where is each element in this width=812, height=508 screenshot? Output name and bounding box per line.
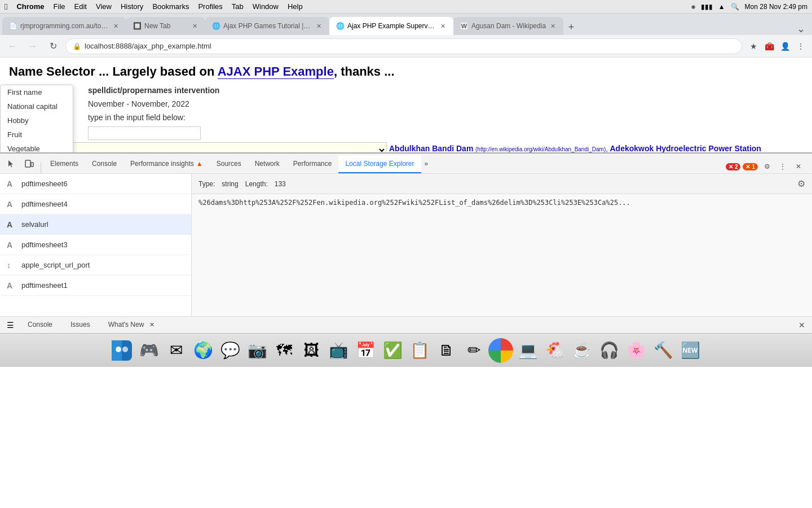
dock-finder-icon[interactable] xyxy=(109,338,134,363)
dock-maps-icon[interactable]: 🗺 xyxy=(272,338,297,363)
devtools-tab-localstorage[interactable]: Local Storage Explorer xyxy=(338,155,421,173)
dropdown-item-label: Hobby xyxy=(7,116,29,125)
warning-badge[interactable]: ✕ 1 xyxy=(743,163,758,170)
dock-reminders-icon[interactable]: ✅ xyxy=(380,338,405,363)
menu-profiles[interactable]: Profiles xyxy=(198,2,222,11)
warning-count: 1 xyxy=(752,164,755,170)
storage-item-applescripturlport[interactable]: ↕ apple_script_url_port xyxy=(0,255,191,275)
devtools-tab-elements[interactable]: Elements xyxy=(43,155,85,173)
dock-chrome-icon[interactable] xyxy=(488,338,513,363)
storage-item-pdftimesheet4[interactable]: A pdftimesheet4 xyxy=(0,194,191,214)
menu-tab[interactable]: Tab xyxy=(232,2,244,11)
devtools-tab-performance[interactable]: Performance xyxy=(286,155,339,173)
devtools-tabs: Elements Console Performance insights ▲ … xyxy=(0,154,812,174)
back-button[interactable]: ← xyxy=(5,38,20,54)
menu-view[interactable]: View xyxy=(96,2,112,11)
reload-button[interactable]: ↻ xyxy=(45,38,61,54)
storage-settings-icon[interactable]: ⚙ xyxy=(797,178,805,189)
dock-notes-icon[interactable]: 📋 xyxy=(407,338,432,363)
dock-misc6-icon[interactable]: 🆕 xyxy=(678,338,703,363)
devtools-more-button[interactable]: ⋮ xyxy=(776,160,789,173)
storage-item-selvalurl[interactable]: A selvalurl xyxy=(0,214,191,235)
bottom-bar-close-button[interactable]: ✕ xyxy=(798,321,805,330)
dropdown-item-vegetable[interactable]: Vegetable xyxy=(1,142,73,152)
apple-logo-icon[interactable]:  xyxy=(5,2,7,11)
dock-photos-icon[interactable]: 🖼 xyxy=(299,338,324,363)
active-app-name[interactable]: Chrome xyxy=(16,2,44,11)
devtools-settings-button[interactable]: ⚙ xyxy=(760,160,774,173)
bookmark-icon[interactable]: ★ xyxy=(747,40,760,53)
dock-messages-icon[interactable]: 💬 xyxy=(218,338,242,363)
address-bar[interactable]: 🔒 localhost:8888/ajax_php_example.html xyxy=(65,38,742,54)
tab-close-3[interactable]: ✕ xyxy=(315,21,323,31)
tab-close-2[interactable]: ✕ xyxy=(191,21,198,31)
dock-misc2-icon[interactable]: ☕ xyxy=(570,338,594,363)
menu-edit[interactable]: Edit xyxy=(74,2,87,11)
menu-window[interactable]: Window xyxy=(253,2,279,11)
console-tab-whatsnew[interactable]: What's New ✕ xyxy=(104,318,159,332)
menu-icon[interactable]: ⋮ xyxy=(794,40,807,53)
menu-help[interactable]: Help xyxy=(288,2,303,11)
devtools-tab-performance-insights[interactable]: Performance insights ▲ xyxy=(123,155,210,173)
storage-item-pdftimesheet6[interactable]: A pdftimesheet6 xyxy=(0,174,191,194)
browser-tab-1[interactable]: 📄 rjmprogramming.com.au/toda... ✕ xyxy=(2,17,126,35)
devtools-tab-more[interactable]: » xyxy=(421,155,432,173)
tab-close-1[interactable]: ✕ xyxy=(112,21,120,31)
tab-list-icon[interactable]: ⌄ xyxy=(792,23,810,35)
dropdown-item-hobby[interactable]: Hobby xyxy=(1,113,73,128)
dropdown-item-fruit[interactable]: Fruit xyxy=(1,128,73,142)
dock-appletv-icon[interactable]: 📺 xyxy=(326,338,351,363)
dock-misc4-icon[interactable]: 🌸 xyxy=(624,338,648,363)
browser-tab-5[interactable]: W Agusan Dam - Wikipedia ✕ xyxy=(453,17,563,35)
console-tab-console[interactable]: Console xyxy=(23,318,57,332)
new-tab-button[interactable]: + xyxy=(563,19,579,35)
storage-item-pdftimesheet3[interactable]: A pdftimesheet3 xyxy=(0,235,191,255)
category-dropdown[interactable]: First name National capital Hobby Fruit … xyxy=(0,85,73,152)
tab-close-4[interactable]: ✕ xyxy=(439,21,447,31)
devtools-tab-sources[interactable]: Sources xyxy=(210,155,248,173)
forward-button[interactable]: → xyxy=(25,38,41,54)
dock-safari-icon[interactable]: 🌍 xyxy=(191,338,215,363)
devtools-tab-network[interactable]: Network xyxy=(248,155,286,173)
browser-tab-3[interactable]: 🌐 Ajax PHP Games Tutorial | Rob... ✕ xyxy=(205,17,329,35)
console-tab-issues[interactable]: Issues xyxy=(66,318,95,332)
dock-mail-icon[interactable]: ✉ xyxy=(164,338,188,363)
dropdown-item-nationalcapital[interactable]: National capital xyxy=(1,99,73,113)
tab-close-5[interactable]: ✕ xyxy=(549,21,557,31)
error-count: 2 xyxy=(735,164,738,170)
devtools-close-button[interactable]: ✕ xyxy=(792,160,805,173)
dock-typora-icon[interactable]: ✏ xyxy=(461,338,486,363)
dock-misc1-icon[interactable]: 🐔 xyxy=(542,338,567,363)
dropdown-item-label: Vegetable xyxy=(7,144,40,152)
search-icon[interactable]: 🔍 xyxy=(731,3,739,11)
menu-file[interactable]: File xyxy=(54,2,65,11)
dock-facetime-icon[interactable]: 📷 xyxy=(245,338,270,363)
chrome-addressbar: ← → ↻ 🔒 localhost:8888/ajax_php_example.… xyxy=(0,35,812,58)
dock-calendar-icon[interactable]: 📅 xyxy=(353,338,378,363)
devtools-tab-inspector[interactable] xyxy=(2,155,20,173)
browser-tab-4[interactable]: 🌐 Ajax PHP Example Supervisor ... ✕ xyxy=(329,17,453,35)
title-link[interactable]: AJAX PHP Example xyxy=(218,64,334,79)
profile-icon[interactable]: 👤 xyxy=(778,40,792,53)
error-badge[interactable]: ✕ 2 xyxy=(726,163,741,170)
console-hamburger-icon[interactable]: ☰ xyxy=(7,321,14,330)
devtools-tab-devicemode[interactable] xyxy=(20,155,38,173)
browser-tab-2[interactable]: 🔲 New Tab ✕ xyxy=(126,17,205,35)
name-input[interactable] xyxy=(88,126,201,140)
storage-item-pdftimesheet1[interactable]: A pdftimesheet1 xyxy=(0,275,191,296)
dock-terminal-icon[interactable]: 💻 xyxy=(515,338,540,363)
dropdown-item-firstname[interactable]: First name xyxy=(1,85,73,99)
devtools-tab-console[interactable]: Console xyxy=(85,155,123,173)
dock-misc5-icon[interactable]: 🔨 xyxy=(651,338,676,363)
menu-history[interactable]: History xyxy=(121,2,143,11)
dock-filezilla-icon[interactable]: 🗎 xyxy=(434,338,459,363)
extension-icon[interactable]: 🧰 xyxy=(762,40,776,53)
menu-bookmarks[interactable]: Bookmarks xyxy=(152,2,189,11)
dock-launchpad-icon[interactable]: 🎮 xyxy=(136,338,161,363)
devtools-body: A pdftimesheet6 A pdftimesheet4 A selval… xyxy=(0,174,812,316)
svg-rect-1 xyxy=(31,163,33,167)
storage-item-name-3: selvalurl xyxy=(21,220,48,229)
whatsnew-close-icon[interactable]: ✕ xyxy=(149,321,155,328)
devtools-actions: ✕ 2 ✕ 1 ⚙ ⋮ ✕ xyxy=(721,160,810,173)
dock-misc3-icon[interactable]: 🎧 xyxy=(597,338,621,363)
